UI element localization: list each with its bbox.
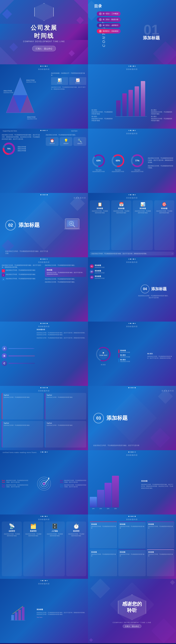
tag-4: 添加标题内容 [126, 68, 138, 70]
slide-13: 添加标题内容 TopText 此处添加正文内容，可以根据您的内容进行修改 Top… [0, 386, 88, 450]
abc-b: B [2, 353, 7, 358]
contents-item-2: 二 第二部分：数据分析 [97, 17, 121, 22]
slide-section-03: 添加标题内容 03 添加标题 此处添加正文内容，可以根据您的内容进行修改，该文字… [88, 386, 176, 450]
slide-9: 添加标题内容 此处添加正文内容，可以根据您的内容进行修改，该文字只是示例，请根据… [0, 257, 88, 322]
svg-text:75%: 75% [7, 148, 10, 150]
svg-rect-9 [141, 81, 145, 116]
reporter-label: 汇报人：蓝山办公 [35, 48, 52, 50]
dots-11 [40, 323, 48, 324]
tag-12: 添加标题内容 [126, 326, 138, 328]
svg-rect-8 [135, 86, 139, 116]
supporting-text: Supporting text here. [3, 130, 17, 132]
contents-items-list: 一 第一部分：工作概述 二 第二部分：数据分析 三 第三部分：成果展示 四 第四… [97, 12, 121, 35]
svg-point-26 [64, 228, 80, 230]
contents-item-4: 四 第四部分：目标规划 [97, 29, 121, 34]
slide-8: 添加标题内容 📋 添加标题 此处添加文字内容，可以根据您的内容进行修改 📅 添加… [88, 193, 176, 257]
slide-11: 添加标题内容 A B C [0, 322, 88, 386]
slide-16: 添加标题内容 [88, 450, 176, 514]
dots-13 [40, 387, 48, 388]
thanks-text: 感谢您的 [122, 601, 142, 607]
laptop-icon [62, 216, 83, 234]
svg-text:65%: 65% [116, 160, 120, 162]
section-num-badge: 02 [5, 220, 16, 230]
tag-10: 添加标题内容 [126, 261, 138, 264]
dots-8 [129, 194, 136, 195]
svg-point-33 [98, 349, 108, 359]
section-03-title: 添加标题 [107, 414, 128, 422]
listen-text: 聆听 [127, 607, 137, 614]
dots-18 [129, 516, 136, 517]
slide-5: Supporting text here. text here 此处添加正文内容… [0, 128, 88, 193]
tag-8: 添加标题内容 [126, 197, 138, 199]
dots-section-03 [129, 387, 136, 388]
slide-3: 添加标题内容 添加文字内容 此处添加文字内容 添加文字内容 此处添加文字内容 [0, 64, 88, 128]
slide1-subtitle: COMPANY DEVELOPMENT TIME LINE [23, 40, 65, 42]
svg-text:77%: 77% [135, 160, 139, 162]
slide-19: 添加标题内容 添加标题 此处添加正文内容，可以根据您的内容进行修改，该文字只是示… [0, 579, 88, 643]
section-03-num: 03 [96, 416, 101, 420]
slide-15: Unified fonts make reading more fluent. … [0, 450, 88, 514]
dots-row-3 [40, 66, 48, 66]
slides-container: 公司发展 时间线 COMPANY DEVELOPMENT TIME LINE 汇… [0, 0, 176, 643]
svg-point-29 [70, 222, 72, 224]
tag-11: 添加标题内容 [38, 326, 50, 328]
pct-1: 10% [90, 508, 97, 509]
stat-circle-1: 63% [92, 154, 106, 168]
svg-point-39 [43, 482, 45, 485]
contents-item-3-text: 第三部分：成果展示 [103, 24, 118, 26]
svg-rect-6 [122, 94, 127, 116]
title-line1: 公司发展 [0, 24, 88, 32]
contents-item-3: 三 第三部分：成果展示 [97, 23, 121, 28]
slide-4: 添加标题内容 插入图文此处添加正文内容，可以根据您的内容进行修改 插入图文此处添… [88, 64, 176, 128]
stat-circle-3: 77% [130, 154, 144, 168]
section-02-title: 添加标题 [18, 222, 40, 229]
svg-text:63%: 63% [96, 160, 101, 162]
svg-rect-43 [15, 612, 17, 620]
final-subtitle: COMPANY DEVELOPMENT TIME LINE [113, 622, 151, 623]
unified-text: Unified fonts make reading more fluent. [3, 452, 37, 453]
final-reporter: 主讲人：蓝山办公 [123, 624, 141, 628]
slide-17: 添加标题内容 📡 远程管理 此处添加文字内容，可以根据您的内容进行修改 🗂️ 数… [0, 514, 88, 579]
dots-row-4 [129, 66, 136, 66]
slide-18: 添加标题内容 添加标题 此处添加文字内容，可以根据您的内容进行修改 添加标题 此… [88, 514, 176, 579]
dots-19 [40, 580, 48, 581]
dots-12 [129, 323, 136, 324]
section-04-title: 添加标题 [151, 286, 167, 292]
contents-item-2-text: 第二部分：数据分析 [103, 18, 118, 21]
svg-rect-44 [18, 610, 21, 620]
slide-title: 公司发展 时间线 COMPANY DEVELOPMENT TIME LINE 汇… [0, 0, 88, 64]
slide-section-02: 添加标题内容 02 添加标题 此处添加正文内容，可以根据您的内容进行修改，该文字… [0, 193, 88, 257]
svg-rect-45 [22, 607, 24, 620]
bar-chart [114, 76, 150, 118]
text-here-slide19: Text here [37, 616, 86, 618]
mulu-title: 目录 [94, 4, 102, 8]
slide-contents: CONTENTS 目录 一 第一部分：工作概述 二 第二部分：数据分析 三 第三… [88, 0, 176, 64]
right-add-title: 添加标题 [143, 35, 160, 41]
svg-text:📊: 📊 [102, 352, 104, 354]
tag-9: 添加标题内容 [38, 261, 50, 264]
dots-section-02 [40, 194, 48, 195]
svg-rect-5 [116, 100, 121, 116]
your-text-circle: 📊 YOUR TEXT [95, 346, 111, 362]
svg-text:YOUR TEXT: YOUR TEXT [99, 354, 107, 356]
tag-3: 添加标题内容 [38, 68, 50, 70]
dots-10 [129, 259, 136, 260]
slide-12: 添加标题内容 📊 YOUR TEXT 插入图文 [88, 322, 176, 386]
svg-marker-1 [13, 78, 27, 95]
tag-6: 添加标题内容 [126, 132, 138, 135]
section-02-num: 02 [8, 223, 13, 228]
dots-9 [40, 259, 48, 260]
donut-chart: 75% [2, 142, 16, 156]
contents-item-1-text: 第一部分：工作概述 [103, 12, 118, 15]
contents-item-1: 一 第一部分：工作概述 [97, 12, 121, 16]
text-here-label: text here [71, 130, 77, 132]
dots-row-6 [129, 130, 136, 131]
abc-a: A [2, 346, 7, 351]
section-03-badge: 03 [93, 413, 104, 424]
dots-15 [40, 452, 48, 452]
target-icon [36, 476, 52, 492]
decorative-chart [9, 604, 27, 622]
dots-17 [40, 516, 48, 517]
slide-final: 感谢您的 聆听 COMPANY DEVELOPMENT TIME LINE 主讲… [88, 579, 176, 643]
dots-row-5 [40, 130, 48, 131]
